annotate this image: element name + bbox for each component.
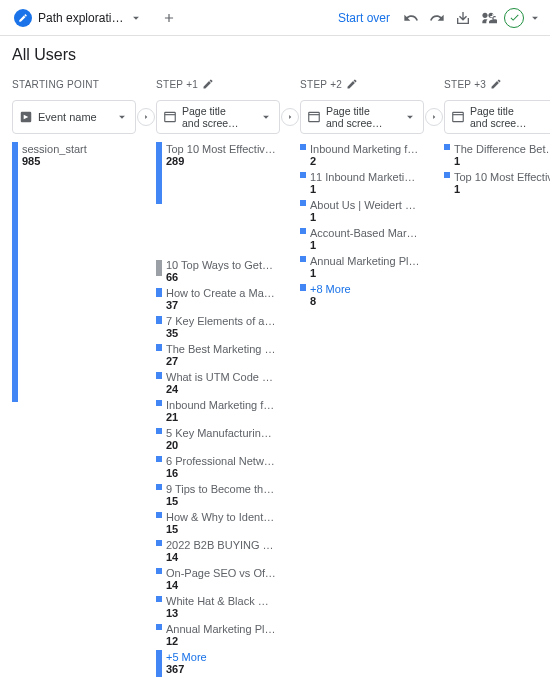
- start-over-button[interactable]: Start over: [330, 11, 398, 25]
- node-list: Top 10 Most Effective …28910 Top Ways to…: [156, 142, 280, 677]
- path-node[interactable]: 9 Tips to Become the …15: [156, 482, 280, 508]
- event-icon: [19, 110, 33, 124]
- status-done-icon: [504, 8, 524, 28]
- node-bar: [156, 428, 162, 434]
- path-node[interactable]: White Hat & Black Hat …13: [156, 594, 280, 620]
- path-node[interactable]: Annual Marketing Plan …12: [156, 622, 280, 648]
- path-node[interactable]: The Best Marketing Bu…27: [156, 342, 280, 368]
- path-canvas: STARTING POINTEvent namesession_start985…: [0, 70, 550, 677]
- path-node[interactable]: How to Create a Mark…37: [156, 286, 280, 312]
- step-column: STEP +2Page titleand scree…Inbound Marke…: [300, 74, 424, 677]
- node-bar: [300, 144, 306, 150]
- node-bar: [156, 650, 162, 677]
- step-column: STEP +3Page titleand scree…The Differenc…: [444, 74, 550, 677]
- step-column: STEP +1Page titleand scree…Top 10 Most E…: [156, 74, 280, 677]
- pencil-icon[interactable]: [490, 78, 502, 90]
- node-label: Account-Based Market…: [310, 227, 420, 239]
- more-node[interactable]: +5 More367: [156, 650, 280, 677]
- node-value: 21: [166, 411, 276, 423]
- node-label: +5 More: [166, 651, 207, 663]
- node-bar: [156, 400, 162, 406]
- node-bar: [156, 596, 162, 602]
- node-value: 8: [310, 295, 351, 307]
- path-node[interactable]: How & Why to Identify …15: [156, 510, 280, 536]
- chevron-down-icon: [115, 110, 129, 124]
- path-node[interactable]: Top 10 Most Effective …289: [156, 142, 280, 204]
- node-bar: [444, 144, 450, 150]
- node-bar: [300, 228, 306, 234]
- node-value: 15: [166, 523, 276, 535]
- selector-label: Page titleand scree…: [326, 105, 398, 129]
- node-label: White Hat & Black Hat …: [166, 595, 276, 607]
- chevron-down-icon: [403, 110, 417, 124]
- node-value: 367: [166, 663, 207, 675]
- node-value: 1: [310, 183, 420, 195]
- undo-button[interactable]: [398, 5, 424, 31]
- node-label: What is UTM Code an…: [166, 371, 276, 383]
- node-value: 1: [310, 239, 420, 251]
- path-node[interactable]: 5 Key Manufacturing C…20: [156, 426, 280, 452]
- node-value: 1: [454, 155, 550, 167]
- page-title-selector[interactable]: Page titleand scree…: [300, 100, 424, 134]
- event-name-selector[interactable]: Event name: [12, 100, 136, 134]
- path-node[interactable]: Account-Based Market…1: [300, 226, 424, 252]
- top-toolbar: Path explorati… Start over: [0, 0, 550, 36]
- chevron-down-icon[interactable]: [129, 11, 143, 25]
- node-value: 289: [166, 155, 276, 167]
- path-node[interactable]: 10 Top Ways to Get M…66: [156, 258, 280, 284]
- node-bar: [156, 142, 162, 204]
- node-label: Annual Marketing Plan …: [166, 623, 276, 635]
- path-node[interactable]: Annual Marketing Plan …1: [300, 254, 424, 280]
- node-value: 985: [22, 155, 87, 167]
- redo-button[interactable]: [424, 5, 450, 31]
- chevron-down-icon: [259, 110, 273, 124]
- exploration-tab[interactable]: Path explorati…: [6, 4, 151, 32]
- path-node[interactable]: Inbound Marketing for …21: [156, 398, 280, 424]
- node-label: How to Create a Mark…: [166, 287, 276, 299]
- download-button[interactable]: [450, 5, 476, 31]
- node-value: 16: [166, 467, 276, 479]
- node-bar: [300, 172, 306, 178]
- path-node[interactable]: On-Page SEO vs Off-P…14: [156, 566, 280, 592]
- node-label: Top 10 Most Effective …: [166, 143, 276, 155]
- node-label: How & Why to Identify …: [166, 511, 276, 523]
- path-node[interactable]: session_start985: [12, 142, 136, 402]
- node-list: Inbound Marketing for …211 Inbound Marke…: [300, 142, 424, 308]
- node-bar: [156, 624, 162, 630]
- column-header-label: STEP +3: [444, 79, 486, 90]
- node-label: Inbound Marketing for …: [310, 143, 420, 155]
- selector-label: Page titleand scree…: [182, 105, 254, 129]
- node-label: 5 Key Manufacturing C…: [166, 427, 276, 439]
- share-button[interactable]: [476, 5, 502, 31]
- path-node[interactable]: The Difference Betwee…1: [444, 142, 550, 168]
- add-tab-button[interactable]: [155, 4, 183, 32]
- column-header-label: STEP +1: [156, 79, 198, 90]
- pencil-icon[interactable]: [346, 78, 358, 90]
- node-bar: [156, 484, 162, 490]
- node-label: The Best Marketing Bu…: [166, 343, 276, 355]
- node-bar: [300, 256, 306, 262]
- path-node[interactable]: 6 Professional Networ…16: [156, 454, 280, 480]
- node-value: 14: [166, 551, 276, 563]
- node-bar: [156, 512, 162, 518]
- more-node[interactable]: +8 More8: [300, 282, 424, 308]
- page-title-selector[interactable]: Page titleand scree…: [444, 100, 550, 134]
- path-node[interactable]: Inbound Marketing for …2: [300, 142, 424, 168]
- path-node[interactable]: 11 Inbound Marketing …1: [300, 170, 424, 196]
- path-node[interactable]: Top 10 Most Effective …1: [444, 170, 550, 196]
- path-node[interactable]: 2022 B2B BUYING BE…14: [156, 538, 280, 564]
- node-bar: [444, 172, 450, 178]
- page-title-selector[interactable]: Page titleand scree…: [156, 100, 280, 134]
- node-value: 66: [166, 271, 276, 283]
- path-node[interactable]: 7 Key Elements of a Q…35: [156, 314, 280, 340]
- node-label: 7 Key Elements of a Q…: [166, 315, 276, 327]
- node-label: The Difference Betwee…: [454, 143, 550, 155]
- node-bar: [156, 372, 162, 379]
- pencil-icon[interactable]: [202, 78, 214, 90]
- column-header: STEP +1: [156, 74, 280, 94]
- node-label: On-Page SEO vs Off-P…: [166, 567, 276, 579]
- path-node[interactable]: About Us | Weidert Gro…1: [300, 198, 424, 224]
- node-bar: [12, 142, 18, 402]
- status-menu-button[interactable]: [526, 5, 544, 31]
- path-node[interactable]: What is UTM Code an…24: [156, 370, 280, 396]
